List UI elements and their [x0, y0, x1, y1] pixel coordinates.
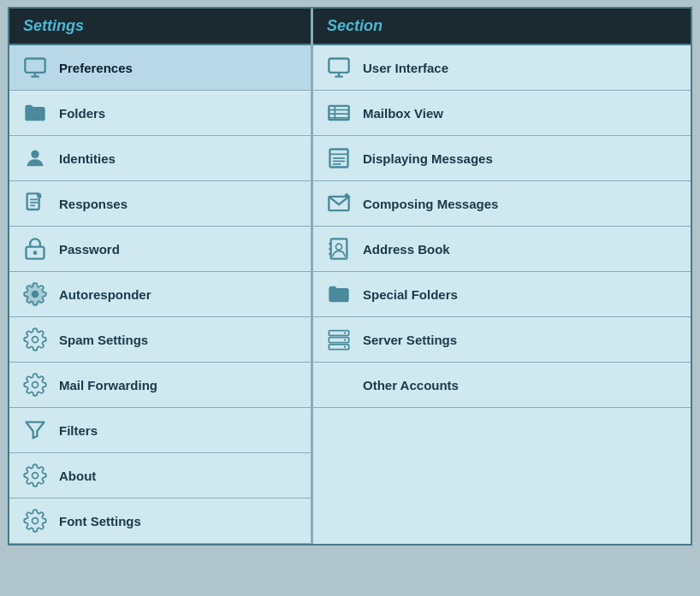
- folder-icon: [21, 99, 49, 127]
- left-panel: Settings Preferences Folders: [9, 9, 313, 544]
- svg-point-42: [344, 332, 346, 333]
- sidebar-item-font[interactable]: Font Settings: [9, 499, 311, 544]
- section-item-special[interactable]: Special Folders: [313, 272, 691, 317]
- sidebar-item-label: Filters: [59, 423, 98, 438]
- password-icon: [21, 235, 49, 263]
- svg-rect-17: [329, 59, 348, 73]
- section-item-other[interactable]: Other Accounts: [313, 363, 691, 408]
- compose-icon: +: [325, 190, 353, 217]
- right-empty-area: [313, 408, 691, 544]
- display-msg-icon: [325, 145, 353, 172]
- gear-icon: [21, 280, 49, 308]
- section-item-label: Mailbox View: [363, 106, 443, 121]
- section-item-addressbook[interactable]: Address Book: [313, 227, 691, 272]
- gear-about-icon: [21, 462, 49, 489]
- sidebar-item-preferences[interactable]: Preferences: [9, 45, 311, 91]
- sidebar-item-responses[interactable]: Responses: [9, 181, 311, 227]
- filter-icon: [21, 416, 49, 444]
- section-item-label: Displaying Messages: [363, 151, 493, 166]
- section-item-label: Server Settings: [363, 333, 457, 347]
- addressbook-icon: [325, 235, 353, 263]
- svg-text:+: +: [346, 192, 350, 201]
- sidebar-item-label: Mail Forwarding: [59, 378, 157, 392]
- section-item-label: Composing Messages: [363, 197, 498, 211]
- svg-rect-0: [25, 59, 44, 73]
- section-item-mailbox[interactable]: Mailbox View: [313, 91, 691, 136]
- section-item-composing[interactable]: + Composing Messages: [313, 181, 691, 227]
- section-item-label: User Interface: [363, 61, 448, 75]
- gear-font-icon: [21, 507, 49, 534]
- person-icon: [21, 145, 49, 172]
- sidebar-item-label: Folders: [59, 106, 105, 121]
- section-item-label: Other Accounts: [363, 378, 459, 392]
- sidebar-item-label: Preferences: [59, 61, 133, 75]
- sidebar-item-about[interactable]: About: [9, 453, 311, 499]
- document-icon: [21, 190, 49, 217]
- sidebar-item-label: About: [59, 469, 96, 483]
- svg-rect-5: [37, 193, 41, 198]
- sidebar-item-password[interactable]: Password: [9, 227, 311, 272]
- monitor-icon: [21, 54, 49, 81]
- svg-point-10: [33, 251, 38, 255]
- settings-header: Settings: [9, 9, 311, 45]
- sidebar-item-label: Spam Settings: [59, 333, 148, 347]
- sidebar-item-folders[interactable]: Folders: [9, 91, 311, 136]
- special-folder-icon: [325, 280, 353, 308]
- section-item-label: Special Folders: [363, 287, 458, 302]
- sidebar-item-label: Identities: [59, 151, 116, 166]
- gear-spam-icon: [21, 326, 49, 353]
- section-item-displaying[interactable]: Displaying Messages: [313, 136, 691, 181]
- svg-point-43: [344, 339, 346, 340]
- svg-point-35: [336, 244, 342, 250]
- sidebar-item-label: Font Settings: [59, 514, 141, 528]
- sidebar-item-label: Autoresponder: [59, 287, 151, 302]
- svg-point-15: [33, 473, 39, 479]
- settings-container: Settings Preferences Folders: [8, 7, 692, 546]
- svg-point-16: [33, 518, 39, 524]
- svg-point-14: [33, 382, 39, 388]
- sidebar-item-label: Responses: [59, 197, 128, 211]
- sidebar-item-identities[interactable]: Identities: [9, 136, 311, 181]
- server-icon: [325, 326, 353, 353]
- right-panel: Section User Interface: [313, 9, 691, 544]
- sidebar-item-label: Password: [59, 242, 120, 257]
- svg-point-3: [31, 150, 39, 158]
- svg-point-13: [33, 337, 39, 343]
- sidebar-item-forwarding[interactable]: Mail Forwarding: [9, 363, 311, 408]
- monitor-ui-icon: [325, 54, 353, 81]
- svg-point-44: [344, 346, 346, 348]
- section-item-server[interactable]: Server Settings: [313, 317, 691, 363]
- sidebar-item-autoresponder[interactable]: Autoresponder: [9, 272, 311, 317]
- section-item-label: Address Book: [363, 242, 450, 257]
- sidebar-item-spam[interactable]: Spam Settings: [9, 317, 311, 363]
- sidebar-item-filters[interactable]: Filters: [9, 408, 311, 453]
- gear-forward-icon: [21, 371, 49, 398]
- other-accounts-icon: [325, 371, 353, 398]
- section-item-ui[interactable]: User Interface: [313, 45, 691, 91]
- section-header: Section: [313, 9, 691, 45]
- mailbox-icon: [325, 99, 353, 127]
